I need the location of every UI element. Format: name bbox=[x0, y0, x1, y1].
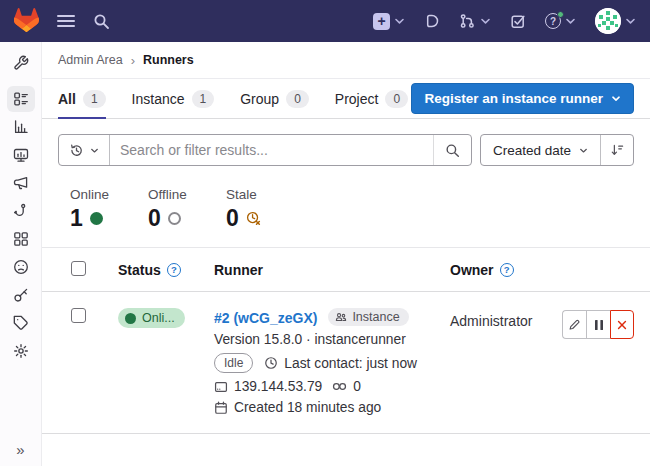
register-instance-runner-button[interactable]: Register an instance runner bbox=[411, 83, 634, 114]
runner-status-summary: Online 1 Offline 0 Stale 0 bbox=[42, 166, 650, 248]
recent-searches-button[interactable] bbox=[59, 135, 110, 165]
hook-icon bbox=[13, 203, 29, 219]
sort-by-dropdown[interactable]: Created date bbox=[481, 135, 600, 165]
runner-ip-address: 139.144.53.79 bbox=[234, 379, 322, 394]
owner-help-icon[interactable]: ? bbox=[500, 263, 514, 277]
idle-badge: Idle bbox=[214, 353, 253, 373]
sidebar-item-messages[interactable] bbox=[7, 170, 35, 196]
history-icon bbox=[69, 143, 84, 158]
online-dot-icon bbox=[125, 313, 136, 324]
plus-icon: + bbox=[373, 13, 390, 30]
megaphone-icon bbox=[13, 175, 29, 191]
sidebar-item-labels[interactable] bbox=[7, 310, 35, 336]
chevron-down-icon bbox=[579, 147, 588, 154]
search-icon[interactable] bbox=[93, 13, 110, 30]
tab-all-count: 1 bbox=[83, 90, 106, 108]
runner-version: Version 15.8.0 · instancerunner bbox=[214, 332, 450, 347]
help-menu-button[interactable]: ? bbox=[545, 13, 576, 29]
search-input[interactable] bbox=[110, 142, 433, 158]
table-row: Onli... #2 (wCG_zeGX) Instance Version 1… bbox=[42, 292, 650, 434]
sidebar-item-deploy-keys[interactable] bbox=[7, 282, 35, 308]
runner-summary-cell: #2 (wCG_zeGX) Instance Version 15.8.0 · … bbox=[214, 308, 450, 415]
sidebar-item-overview[interactable] bbox=[7, 86, 35, 112]
status-badge: Onli... bbox=[118, 308, 185, 328]
tab-all[interactable]: All 1 bbox=[58, 79, 106, 118]
sidebar-item-applications[interactable] bbox=[7, 226, 35, 252]
bar-chart-icon bbox=[13, 119, 29, 135]
sort-descending-icon bbox=[610, 143, 624, 157]
chevron-down-icon bbox=[565, 17, 576, 25]
owner-cell[interactable]: Administrator bbox=[450, 308, 560, 329]
last-contact-text: Last contact: just now bbox=[284, 356, 417, 371]
breadcrumb-runners: Runners bbox=[143, 53, 194, 67]
hamburger-menu-icon[interactable] bbox=[57, 14, 75, 28]
sidebar-item-analytics[interactable] bbox=[7, 114, 35, 140]
calendar-icon bbox=[214, 401, 228, 415]
edit-runner-button[interactable] bbox=[562, 310, 586, 339]
online-dot-icon bbox=[90, 212, 103, 225]
sad-face-icon bbox=[13, 259, 29, 275]
created-ago-text: Created 18 minutes ago bbox=[234, 400, 381, 415]
user-menu-button[interactable] bbox=[595, 8, 636, 34]
gear-icon bbox=[13, 343, 29, 359]
monitor-icon bbox=[13, 147, 29, 163]
tag-icon bbox=[13, 315, 29, 331]
gitlab-logo-icon[interactable] bbox=[14, 8, 39, 35]
search-filter-box bbox=[58, 134, 472, 166]
chevron-down-icon bbox=[394, 17, 405, 25]
stat-online: Online 1 bbox=[70, 187, 122, 232]
sort-control: Created date bbox=[480, 134, 634, 166]
chevron-down-icon bbox=[480, 17, 491, 25]
tab-project-count: 0 bbox=[385, 90, 408, 108]
overview-icon bbox=[13, 91, 29, 107]
pause-runner-button[interactable] bbox=[586, 310, 610, 339]
breadcrumb: Admin Area › Runners bbox=[42, 42, 650, 79]
runner-name-link[interactable]: #2 (wCG_zeGX) bbox=[214, 310, 317, 326]
chevron-down-icon bbox=[625, 17, 636, 25]
row-select-checkbox[interactable] bbox=[71, 308, 86, 323]
sidebar-item-hooks[interactable] bbox=[7, 198, 35, 224]
issues-icon[interactable] bbox=[424, 13, 440, 29]
filter-bar: Created date bbox=[58, 134, 634, 166]
people-icon bbox=[335, 311, 347, 323]
sidebar-item-abuse-reports[interactable] bbox=[7, 254, 35, 280]
host-icon bbox=[214, 380, 228, 394]
avatar bbox=[595, 8, 621, 34]
search-submit-icon[interactable] bbox=[433, 135, 471, 165]
row-actions bbox=[560, 308, 634, 339]
sidebar-item-admin-wrench[interactable] bbox=[7, 50, 35, 76]
grid-icon bbox=[13, 231, 29, 247]
offline-circle-icon bbox=[168, 212, 181, 225]
chevron-down-icon bbox=[90, 147, 99, 154]
key-icon bbox=[13, 287, 29, 303]
stale-clock-icon bbox=[246, 211, 261, 226]
runners-table-header: Status ? Runner Owner ? bbox=[42, 248, 650, 292]
todos-icon[interactable] bbox=[510, 13, 526, 29]
admin-sidebar: » bbox=[0, 42, 42, 466]
tab-instance-count: 1 bbox=[192, 90, 215, 108]
sidebar-item-settings[interactable] bbox=[7, 338, 35, 364]
tab-instance[interactable]: Instance 1 bbox=[132, 79, 215, 118]
runner-type-badge: Instance bbox=[328, 308, 408, 326]
select-all-checkbox[interactable] bbox=[71, 261, 86, 276]
search-icon bbox=[445, 143, 460, 158]
notification-dot bbox=[557, 11, 564, 18]
pause-icon bbox=[594, 319, 604, 331]
breadcrumb-admin-area[interactable]: Admin Area bbox=[58, 53, 123, 67]
runner-type-tabs: All 1 Instance 1 Group 0 Project 0 Regis… bbox=[42, 79, 650, 119]
top-navbar: + ? bbox=[0, 0, 650, 42]
tab-group[interactable]: Group 0 bbox=[240, 79, 309, 118]
sidebar-item-monitoring[interactable] bbox=[7, 142, 35, 168]
merge-requests-icon[interactable] bbox=[459, 13, 491, 29]
wrench-icon bbox=[13, 55, 29, 71]
stat-offline: Offline 0 bbox=[148, 187, 200, 232]
chevron-right-icon: › bbox=[131, 53, 135, 68]
collapse-sidebar-icon[interactable]: » bbox=[16, 441, 24, 458]
new-menu-button[interactable]: + bbox=[373, 13, 405, 30]
status-help-icon[interactable]: ? bbox=[167, 263, 181, 277]
pencil-icon bbox=[568, 318, 581, 331]
link-icon bbox=[332, 381, 347, 392]
delete-runner-button[interactable] bbox=[610, 310, 634, 339]
tab-project[interactable]: Project 0 bbox=[335, 79, 408, 118]
sort-direction-button[interactable] bbox=[600, 135, 633, 165]
